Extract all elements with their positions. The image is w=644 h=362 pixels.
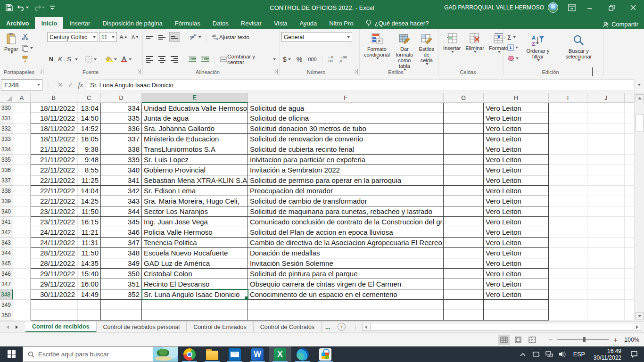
- zoom-level[interactable]: 100%: [622, 337, 639, 343]
- cell-B344[interactable]: 28/11/2022: [31, 248, 77, 258]
- cell-F331[interactable]: Solicitud de oficina: [248, 113, 444, 123]
- restore-button[interactable]: [601, 0, 622, 15]
- account-name[interactable]: GAD PARROQUIAL VALLE HERMOSO: [444, 4, 544, 11]
- vertical-scroll-thumb[interactable]: [636, 114, 644, 132]
- cell-C348[interactable]: 14:49: [77, 289, 101, 300]
- decrease-indent-icon[interactable]: [187, 54, 198, 64]
- cell-E331[interactable]: Junta de agua: [142, 113, 248, 123]
- cell-C344[interactable]: 11:50: [77, 248, 101, 258]
- cell-D348[interactable]: 352: [101, 289, 142, 300]
- cell-J346[interactable]: [587, 269, 625, 279]
- cell-A331[interactable]: [13, 113, 31, 123]
- cell-K345[interactable]: [625, 258, 634, 269]
- cell-I334[interactable]: [549, 144, 587, 155]
- cell-B342[interactable]: 24/11/2022: [31, 227, 77, 238]
- cell-G334[interactable]: [444, 144, 484, 155]
- cell-A334[interactable]: [13, 144, 31, 155]
- cell-K330[interactable]: [625, 103, 634, 113]
- cell-G331[interactable]: [444, 113, 484, 123]
- cell-A343[interactable]: [13, 238, 31, 248]
- cell-F341[interactable]: Comunicado conclusión de contrato de la …: [248, 217, 444, 227]
- row-header-350[interactable]: 350: [0, 310, 13, 321]
- cell-F332[interactable]: Solicitud donacion 30 metros de tubo: [248, 123, 444, 134]
- cell-A332[interactable]: [13, 123, 31, 134]
- row-header-348[interactable]: 348: [0, 289, 13, 300]
- cell-J344[interactable]: [587, 248, 625, 258]
- cell-J342[interactable]: [587, 227, 625, 238]
- taskbar-app-store[interactable]: [314, 346, 337, 362]
- column-header-F[interactable]: F: [248, 93, 444, 103]
- cell-I348[interactable]: [549, 289, 587, 300]
- cell-C345[interactable]: 14:35: [77, 258, 101, 269]
- row-header-340[interactable]: 340: [0, 206, 13, 217]
- cell-B335[interactable]: 21/11/2022: [31, 155, 77, 165]
- cell-K340[interactable]: [625, 206, 634, 217]
- cell-K346[interactable]: [625, 269, 634, 279]
- scroll-up-icon[interactable]: [636, 94, 644, 102]
- cell-F330[interactable]: Solicitud de agua: [248, 103, 444, 113]
- comma-format-icon[interactable]: 000: [306, 54, 318, 64]
- cell-I345[interactable]: [549, 258, 587, 269]
- cell-B333[interactable]: 18/11/2022: [31, 134, 77, 144]
- taskbar-app-edge[interactable]: [291, 346, 314, 362]
- cell-K339[interactable]: [625, 196, 634, 206]
- cell-F349[interactable]: [248, 300, 444, 310]
- cell-A337[interactable]: [13, 175, 31, 186]
- cell-E334[interactable]: TransLluniormotos S.A: [142, 144, 248, 155]
- cell-E335[interactable]: Sr. Luis Lopez: [142, 155, 248, 165]
- row-header-338[interactable]: 338: [0, 186, 13, 196]
- cell-F347[interactable]: Obsequio carrera de cintas virgen de El …: [248, 279, 444, 289]
- name-box[interactable]: E348: [1, 79, 42, 90]
- copy-icon[interactable]: [20, 43, 34, 53]
- sheet-nav-left-icon[interactable]: [7, 325, 9, 329]
- undo-icon[interactable]: [16, 2, 31, 13]
- search-highlight-image[interactable]: [153, 347, 178, 362]
- ribbon-display-options-icon[interactable]: [565, 0, 579, 15]
- cell-F335[interactable]: Inivitacion para particiár en expoferia: [248, 155, 444, 165]
- zoom-slider-thumb[interactable]: [583, 337, 586, 342]
- cell-G332[interactable]: [444, 123, 484, 134]
- cell-F338[interactable]: Preocupacion del morador: [248, 186, 444, 196]
- cell-J331[interactable]: [587, 113, 625, 123]
- fill-icon[interactable]: [506, 43, 520, 53]
- cell-J335[interactable]: [587, 155, 625, 165]
- cell-D346[interactable]: 350: [101, 269, 142, 279]
- cell-C343[interactable]: 11:31: [77, 238, 101, 248]
- cell-G349[interactable]: [444, 300, 484, 310]
- scroll-down-icon[interactable]: [636, 312, 644, 320]
- cell-C330[interactable]: 13:04: [77, 103, 101, 113]
- taskbar-app-excel[interactable]: X: [269, 346, 291, 362]
- cell-A330[interactable]: [13, 103, 31, 113]
- cell-B349[interactable]: [31, 300, 77, 310]
- decrease-decimal-icon[interactable]: →00,0: [338, 54, 348, 64]
- page-break-view-icon[interactable]: [526, 335, 538, 345]
- cell-F340[interactable]: Solicitud de maquinaria para cunetas, re…: [248, 206, 444, 217]
- sheet-nav-right-icon[interactable]: [16, 325, 18, 329]
- row-header-339[interactable]: 339: [0, 196, 13, 206]
- cell-H348[interactable]: Vero Leiton: [484, 289, 549, 300]
- row-header-335[interactable]: 335: [0, 155, 13, 165]
- orientation-icon[interactable]: ab: [188, 32, 203, 42]
- cell-K333[interactable]: [625, 134, 634, 144]
- normal-view-icon[interactable]: [498, 335, 510, 345]
- cell-I330[interactable]: [549, 103, 587, 113]
- cell-H334[interactable]: Vero Leiton: [484, 144, 549, 155]
- cell-D335[interactable]: 339: [101, 155, 142, 165]
- cell-K350[interactable]: [625, 310, 634, 321]
- cell-I340[interactable]: [549, 206, 587, 217]
- cell-J349[interactable]: [587, 300, 625, 310]
- cell-K347[interactable]: [625, 279, 634, 289]
- start-button[interactable]: [0, 346, 23, 362]
- taskbar-app-explorer[interactable]: [201, 346, 223, 362]
- cell-C346[interactable]: 15:40: [77, 269, 101, 279]
- cell-H342[interactable]: Vero Leiton: [484, 227, 549, 238]
- bold-button[interactable]: N: [47, 56, 55, 63]
- cell-J338[interactable]: [587, 186, 625, 196]
- cell-B336[interactable]: 22/11/2022: [31, 165, 77, 175]
- cell-F345[interactable]: Invitación Sesión Solemne: [248, 258, 444, 269]
- cell-I335[interactable]: [549, 155, 587, 165]
- cell-I350[interactable]: [549, 310, 587, 321]
- increase-indent-icon[interactable]: [200, 54, 210, 64]
- scroll-right-icon[interactable]: [633, 323, 641, 330]
- vertical-scrollbar[interactable]: [634, 93, 644, 321]
